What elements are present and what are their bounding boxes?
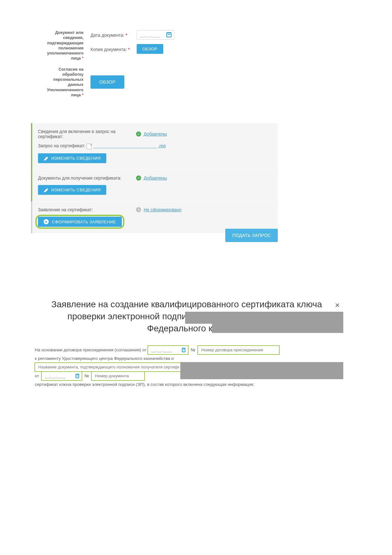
step1-status[interactable]: Добавлены bbox=[144, 131, 167, 137]
pencil-icon bbox=[44, 188, 48, 192]
doc-date-input[interactable] bbox=[41, 372, 82, 380]
modal-title: Заявление на создание квалифицированного… bbox=[35, 298, 339, 334]
calendar-icon[interactable] bbox=[166, 32, 171, 37]
browse-doc-copy-button[interactable]: ОБЗОР bbox=[137, 44, 163, 54]
agreement-number-input[interactable] bbox=[198, 346, 279, 354]
line1-prefix: На основании договора присоединения (сог… bbox=[35, 348, 147, 352]
step1-label: Сведения для включения в запрос на серти… bbox=[38, 129, 136, 139]
request-file-ext[interactable]: .req bbox=[158, 143, 166, 148]
step3-status[interactable]: Не сформировано bbox=[144, 207, 181, 212]
date-placeholder: __.__.____ bbox=[140, 33, 160, 37]
agreement-date-input[interactable] bbox=[148, 346, 188, 354]
line4-text: сертификат ключа проверки электронной по… bbox=[35, 380, 339, 389]
line2-text: к регламенту Удостоверяющего центра Феде… bbox=[35, 354, 339, 363]
step2-label: Документы для получения сертификата: bbox=[38, 175, 136, 181]
line3-prefix: от bbox=[35, 373, 39, 378]
doc-date-label: Дата документа: * bbox=[90, 32, 132, 38]
create-application-button[interactable]: + СФОРМИРОВАТЬ ЗАЯВЛЕНИЕ bbox=[38, 217, 122, 227]
modal-body: На основании договора присоединения (сог… bbox=[35, 346, 339, 388]
redaction-block bbox=[185, 312, 343, 324]
doc-copy-label: Копия документа: * bbox=[90, 46, 132, 52]
certificate-steps-panel: Сведения для включения в запрос на серти… bbox=[31, 123, 278, 233]
step-request-info: Сведения для включения в запрос на серти… bbox=[31, 123, 278, 170]
redaction-block bbox=[180, 362, 343, 379]
doc-group-label: Документ или сведения, подтверждающие по… bbox=[44, 30, 84, 61]
step3-label: Заявление на сертификат: bbox=[38, 207, 136, 212]
submit-request-button[interactable]: ПОДАТЬ ЗАПРОС bbox=[225, 229, 278, 242]
doc-name-input[interactable] bbox=[35, 363, 183, 372]
redaction-block bbox=[212, 324, 343, 333]
calendar-icon[interactable] bbox=[182, 348, 185, 352]
submit-bar: ПОДАТЬ ЗАПРОС bbox=[31, 227, 278, 244]
request-file-label: Запрос на сертификат: bbox=[38, 143, 85, 148]
doc-date-input[interactable]: __.__.____ bbox=[137, 30, 174, 40]
required-marker: * bbox=[82, 56, 84, 61]
create-application-modal: × Заявление на создание квалифицированно… bbox=[35, 298, 339, 389]
pencil-icon bbox=[44, 156, 48, 161]
check-icon: ✓ bbox=[136, 131, 141, 137]
browse-consent-button[interactable]: ОБЗОР bbox=[90, 75, 124, 89]
edit-info-button-2[interactable]: ИЗМЕНИТЬ СВЕДЕНИЯ bbox=[38, 185, 106, 195]
doc-number-input[interactable] bbox=[91, 372, 145, 380]
file-icon bbox=[87, 144, 92, 149]
number-label-2: № bbox=[84, 373, 89, 378]
authorized-person-docs-form: Документ или сведения, подтверждающие по… bbox=[44, 30, 278, 98]
number-label: № bbox=[191, 348, 195, 352]
calendar-icon[interactable] bbox=[76, 374, 79, 378]
edit-info-button-1[interactable]: ИЗМЕНИТЬ СВЕДЕНИЯ bbox=[38, 153, 106, 163]
check-icon: ✓ bbox=[136, 175, 141, 181]
request-file-name[interactable] bbox=[94, 143, 157, 148]
step2-status[interactable]: Добавлены bbox=[144, 175, 167, 181]
cross-icon: ✕ bbox=[136, 207, 141, 212]
plus-icon: + bbox=[44, 219, 49, 224]
consent-label: Согласие на обработку персональных данны… bbox=[44, 67, 84, 98]
step-documents: Документы для получения сертификата: ✓ Д… bbox=[31, 170, 278, 201]
